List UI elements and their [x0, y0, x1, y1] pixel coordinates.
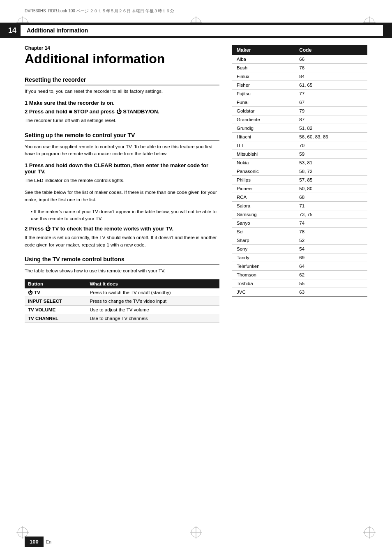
tv-table-action: Use to change TV channels	[86, 314, 219, 323]
content-area: Chapter 14 Additional information Resett…	[25, 41, 367, 530]
resetting-section: Resetting the recorder If you need to, y…	[25, 76, 219, 124]
remote-step1: 1 Press and hold down the CLEAR button, …	[25, 162, 219, 175]
maker-table-row: Bush76	[232, 64, 367, 72]
left-column: Chapter 14 Additional information Resett…	[25, 41, 219, 530]
tv-table-row: ⏻ TVPress to switch the TV on/off (stand…	[25, 288, 219, 297]
maker-name: Bush	[232, 64, 294, 72]
maker-code: 59	[294, 150, 367, 159]
tv-buttons-intro: The table below shows how to use this re…	[25, 267, 219, 274]
maker-table-row: Funai67	[232, 98, 367, 107]
maker-code: 63	[294, 288, 367, 297]
maker-name: Finlux	[232, 72, 294, 81]
maker-code: 53, 81	[294, 159, 367, 167]
maker-table-row: Mitsubishi59	[232, 150, 367, 159]
code-header: Code	[294, 45, 367, 55]
maker-code: 67	[294, 98, 367, 107]
maker-name: Samsung	[232, 210, 294, 219]
maker-name: Sei	[232, 228, 294, 236]
tv-table-header-action: What it does	[86, 279, 219, 288]
step1-num: 1	[25, 100, 28, 106]
maker-header: Maker	[232, 45, 294, 55]
tv-buttons-section: Using the TV remote control buttons The …	[25, 256, 219, 323]
remote-intro: You can use the supplied remote to contr…	[25, 143, 219, 158]
remote-section: Setting up the remote to control your TV…	[25, 132, 219, 249]
maker-code: 50, 80	[294, 184, 367, 193]
maker-table-row: Samsung73, 75	[232, 210, 367, 219]
page-number: 100	[25, 537, 44, 547]
maker-table-row: Grundig51, 82	[232, 124, 367, 133]
maker-code: 71	[294, 202, 367, 210]
maker-table-row: Alba66	[232, 55, 367, 64]
maker-table-row: JVC63	[232, 288, 367, 297]
maker-name: Funai	[232, 98, 294, 107]
tv-buttons-table: Button What it does ⏻ TVPress to switch …	[25, 279, 219, 323]
maker-name: Fisher	[232, 81, 294, 90]
filepath: DVR530HS_RDR.book 100 ページ ２０１５年５月２６日 木曜日…	[25, 8, 174, 14]
remote-step1-note2: See the table below for the list of make…	[25, 189, 219, 203]
step2-text: Press and hold ■ STOP and press ⏻ STANDB…	[29, 108, 159, 115]
remote-step1-num: 1	[25, 162, 28, 168]
maker-code: 79	[294, 107, 367, 115]
maker-name: Tandy	[232, 253, 294, 262]
tv-table-action: Press to switch the TV on/off (standby)	[86, 288, 219, 297]
maker-name: Grundig	[232, 124, 294, 133]
maker-table-row: Salora71	[232, 202, 367, 210]
maker-name: Sanyo	[232, 219, 294, 228]
maker-code-table: Maker Code Alba66Bush76Finlux84Fisher61,…	[232, 45, 367, 297]
remote-step2: 2 Press ⏻ TV to check that the remote wo…	[25, 226, 219, 232]
tv-table-row: INPUT SELECTPress to change the TV's vid…	[25, 297, 219, 306]
maker-name: Salora	[232, 202, 294, 210]
maker-code: 56, 60, 83, 86	[294, 133, 367, 141]
maker-name: Hitachi	[232, 133, 294, 141]
maker-name: Sharp	[232, 236, 294, 245]
tv-table-button: TV VOLUME	[25, 306, 86, 314]
remote-step2-num: 2	[25, 226, 28, 232]
maker-table-row: Sanyo74	[232, 219, 367, 228]
maker-code: 70	[294, 141, 367, 150]
maker-name: Sony	[232, 245, 294, 253]
maker-name: Fujitsu	[232, 90, 294, 98]
maker-code: 55	[294, 279, 367, 288]
maker-code: 66	[294, 55, 367, 64]
tv-table-action: Use to adjust the TV volume	[86, 306, 219, 314]
maker-table-row: Fisher61, 65	[232, 81, 367, 90]
maker-table-row: Nokia53, 81	[232, 159, 367, 167]
right-column: Maker Code Alba66Bush76Finlux84Fisher61,…	[232, 41, 367, 530]
maker-table-row: Goldstar79	[232, 107, 367, 115]
maker-name: Nokia	[232, 159, 294, 167]
header-title-bar: Additional information	[21, 24, 384, 37]
maker-table-row: Fujitsu77	[232, 90, 367, 98]
resetting-step2: 2 Press and hold ■ STOP and press ⏻ STAN…	[25, 108, 219, 115]
remote-bullet: If the maker's name of your TV doesn't a…	[31, 208, 219, 223]
chapter-label: Chapter 14	[25, 45, 219, 51]
tv-table-button: ⏻ TV	[25, 288, 86, 297]
maker-table-row: ITT70	[232, 141, 367, 150]
tv-table-row: TV VOLUMEUse to adjust the TV volume	[25, 306, 219, 314]
maker-table-row: Sei78	[232, 228, 367, 236]
maker-table-row: Philips57, 85	[232, 176, 367, 184]
maker-table-row: RCA68	[232, 193, 367, 202]
maker-table-row: Grandiente87	[232, 115, 367, 124]
tv-table-button: TV CHANNEL	[25, 314, 86, 323]
chapter-badge: 14	[4, 26, 21, 35]
maker-code: 78	[294, 228, 367, 236]
maker-table-row: Toshiba55	[232, 279, 367, 288]
remote-step1-text: Press and hold down the CLEAR button, th…	[25, 162, 208, 175]
remote-heading: Setting up the remote to control your TV	[25, 132, 219, 141]
resetting-step1: 1 Make sure that the recorder is on.	[25, 100, 219, 106]
maker-code: 69	[294, 253, 367, 262]
maker-name: Pioneer	[232, 184, 294, 193]
maker-code: 52	[294, 236, 367, 245]
maker-code: 58, 72	[294, 167, 367, 176]
maker-table-row: Thomson62	[232, 271, 367, 279]
maker-code: 64	[294, 262, 367, 271]
header-title-text: Additional information	[27, 27, 88, 34]
step2-num: 2	[25, 108, 28, 115]
maker-name: Thomson	[232, 271, 294, 279]
remote-step1-note: The LED indicator on the remote controls…	[25, 177, 219, 184]
maker-code: 61, 65	[294, 81, 367, 90]
tv-table-button: INPUT SELECT	[25, 297, 86, 306]
maker-table-row: Pioneer50, 80	[232, 184, 367, 193]
remote-step2-text: Press ⏻ TV to check that the remote work…	[29, 226, 173, 232]
maker-table-row: Tandy69	[232, 253, 367, 262]
